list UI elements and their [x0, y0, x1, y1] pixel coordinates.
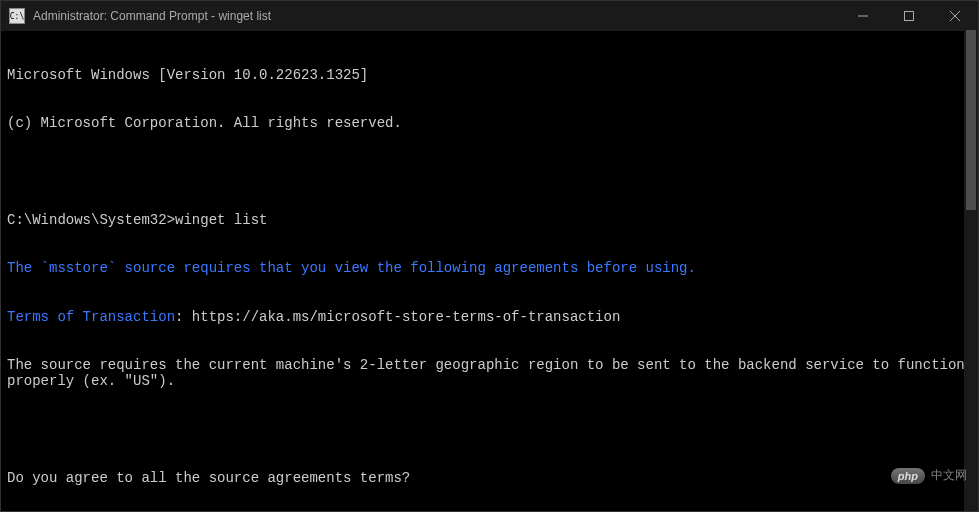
minimize-button[interactable] [840, 1, 886, 31]
version-line: Microsoft Windows [Version 10.0.22623.13… [7, 67, 972, 83]
watermark: php 中文网 [891, 467, 967, 484]
app-icon: C:\ [9, 8, 25, 24]
blank-line [7, 421, 972, 437]
scrollbar-track[interactable] [964, 30, 978, 511]
watermark-badge: php [891, 468, 925, 484]
window-title: Administrator: Command Prompt - winget l… [33, 9, 840, 23]
copyright-line: (c) Microsoft Corporation. All rights re… [7, 115, 972, 131]
svg-rect-1 [905, 12, 914, 21]
maximize-button[interactable] [886, 1, 932, 31]
terms-url: https://aka.ms/microsoft-store-terms-of-… [192, 309, 620, 325]
region-notice: The source requires the current machine'… [7, 357, 972, 389]
terminal-output[interactable]: Microsoft Windows [Version 10.0.22623.13… [1, 31, 978, 511]
terms-line: Terms of Transaction: https://aka.ms/mic… [7, 309, 972, 325]
titlebar[interactable]: C:\ Administrator: Command Prompt - wing… [1, 1, 978, 31]
close-button[interactable] [932, 1, 978, 31]
prompt-command: winget list [175, 212, 267, 228]
terms-label: Terms of Transaction [7, 309, 175, 325]
close-icon [950, 11, 960, 21]
scrollbar-thumb[interactable] [966, 30, 976, 210]
command-prompt-window: C:\ Administrator: Command Prompt - wing… [0, 0, 979, 512]
msstore-notice: The `msstore` source requires that you v… [7, 260, 972, 276]
maximize-icon [904, 11, 914, 21]
prompt-line: C:\Windows\System32>winget list [7, 212, 972, 228]
window-controls [840, 1, 978, 31]
blank-line [7, 164, 972, 180]
minimize-icon [858, 11, 868, 21]
prompt-path: C:\Windows\System32> [7, 212, 175, 228]
terms-separator: : [175, 309, 192, 325]
watermark-text: 中文网 [931, 467, 967, 484]
agree-question: Do you agree to all the source agreement… [7, 470, 972, 486]
